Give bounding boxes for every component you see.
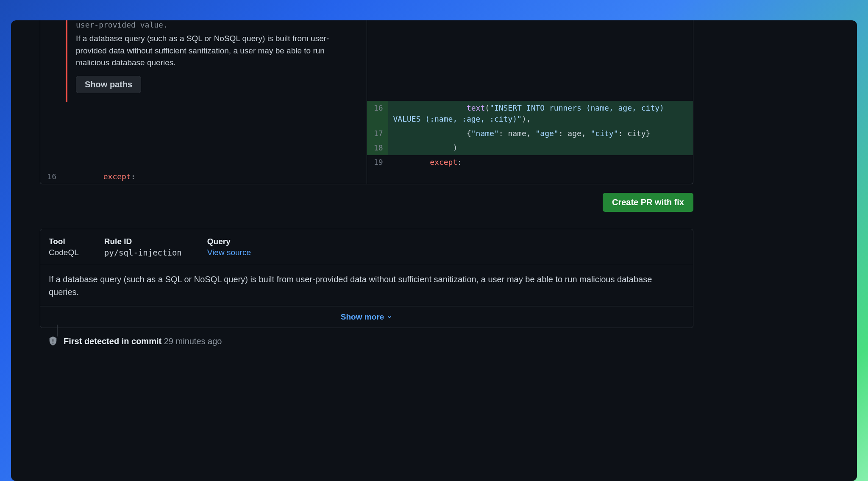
timeline-text: First detected in commit 29 minutes ago	[64, 336, 222, 346]
details-body-text: If a database query (such as a SQL or No…	[40, 265, 693, 306]
code-content: {"name": name, "age": age, "city": city}	[388, 126, 693, 141]
code-content: except:	[388, 155, 693, 170]
line-number: 18	[367, 141, 388, 155]
code-content: )	[388, 141, 693, 155]
security-alert-box: user-provided value. If a database query…	[66, 20, 367, 102]
code-line-right-17: 17 {"name": name, "age": age, "city": ci…	[367, 126, 693, 141]
alert-title-truncated: user-provided value.	[76, 20, 358, 29]
detail-query-label: Query	[207, 237, 251, 246]
view-source-link[interactable]: View source	[207, 248, 251, 257]
line-number: 17	[367, 126, 388, 141]
detail-rule-label: Rule ID	[104, 237, 182, 246]
show-more-label: Show more	[341, 312, 384, 322]
line-number: 16	[367, 101, 388, 126]
timeline-entry: First detected in commit 29 minutes ago	[48, 336, 857, 346]
line-number: 19	[367, 155, 388, 170]
code-content: text("INSERT INTO runners (name, age, ci…	[388, 101, 693, 126]
timeline-connector	[57, 325, 58, 336]
main-window: user-provided value. If a database query…	[11, 20, 857, 481]
shield-alert-icon	[48, 336, 58, 346]
code-line-right-19: 19 except:	[367, 155, 693, 170]
timeline-prefix: First detected in commit	[64, 336, 161, 346]
detail-tool-value: CodeQL	[49, 248, 79, 257]
code-content: except:	[61, 170, 367, 184]
detail-tool-label: Tool	[49, 237, 79, 246]
details-header: Tool CodeQL Rule ID py/sql-injection Que…	[40, 229, 693, 265]
content-area: user-provided value. If a database query…	[11, 20, 857, 346]
show-paths-button[interactable]: Show paths	[76, 76, 141, 93]
alert-description: If a database query (such as a SQL or No…	[76, 33, 358, 69]
code-line-right-18: 18 )	[367, 141, 693, 155]
show-more-button[interactable]: Show more	[40, 306, 693, 328]
alert-details-box: Tool CodeQL Rule ID py/sql-injection Que…	[40, 229, 693, 328]
diff-right-panel: 16 text("INSERT INTO runners (name, age,…	[367, 20, 693, 184]
code-line-right-16: 16 text("INSERT INTO runners (name, age,…	[367, 101, 693, 126]
detail-rule-value: py/sql-injection	[104, 248, 182, 257]
detail-rule: Rule ID py/sql-injection	[104, 237, 182, 257]
chevron-down-icon	[387, 314, 392, 320]
timeline-time: 29 minutes ago	[164, 336, 222, 346]
create-pr-button[interactable]: Create PR with fix	[603, 193, 693, 212]
diff-left-panel: user-provided value. If a database query…	[40, 20, 367, 184]
detail-tool: Tool CodeQL	[49, 237, 79, 257]
code-line-left-16: 16 except:	[40, 170, 367, 184]
detail-query: Query View source	[207, 237, 251, 257]
diff-view: user-provided value. If a database query…	[40, 20, 693, 184]
line-number: 16	[40, 170, 61, 184]
